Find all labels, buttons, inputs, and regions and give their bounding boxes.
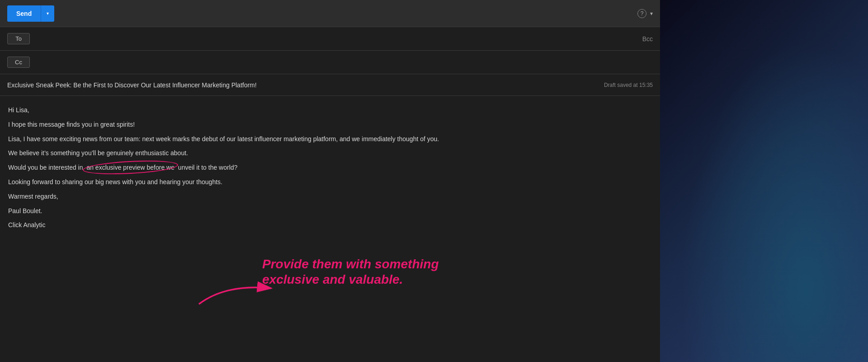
cc-field-row: Cc <box>0 51 660 74</box>
body-line3: Lisa, I have some exciting news from our… <box>8 134 652 145</box>
sidebar-background <box>660 0 868 362</box>
toolbar-right: ? ▾ <box>637 9 653 18</box>
body-line9: Click Analytic <box>8 220 652 231</box>
cc-label-button[interactable]: Cc <box>7 57 30 68</box>
to-field-row: To Bcc <box>0 27 660 51</box>
body-line2: I hope this message finds you in great s… <box>8 119 652 130</box>
annotation-line2: exclusive and valuable. <box>262 272 439 287</box>
subject-input[interactable] <box>7 81 604 89</box>
body-line5-before: Would you be interested in <box>8 164 83 171</box>
toolbar: Send ▾ ? ▾ <box>0 0 660 27</box>
to-input[interactable] <box>35 35 642 43</box>
help-icon[interactable]: ? <box>637 9 646 18</box>
annotation-text: Provide them with something exclusive an… <box>262 257 439 287</box>
body-line5-after: unveil it to the world? <box>178 164 238 171</box>
send-button-group: Send ▾ <box>7 5 54 22</box>
send-button[interactable]: Send <box>7 5 41 22</box>
cc-input[interactable] <box>35 59 653 66</box>
body-line6: Looking forward to sharing our big news … <box>8 177 652 188</box>
draft-saved-label: Draft saved at 15:35 <box>604 82 653 88</box>
annotation-line1: Provide them with something <box>262 257 439 272</box>
send-dropdown-button[interactable]: ▾ <box>41 5 54 22</box>
subject-field-row: Draft saved at 15:35 <box>0 74 660 96</box>
body-line1: Hi Lisa, <box>8 105 652 116</box>
email-body[interactable]: Hi Lisa, I hope this message finds you i… <box>0 96 660 362</box>
annotation-arrow <box>190 275 289 311</box>
email-compose-panel: Send ▾ ? ▾ To Bcc Cc Draft saved at 15:3… <box>0 0 660 362</box>
more-options-icon[interactable]: ▾ <box>650 10 653 17</box>
body-line4: We believe it’s something you’ll be genu… <box>8 148 652 159</box>
body-line5-circled: an exclusive preview before we <box>86 164 175 171</box>
to-label-button[interactable]: To <box>7 33 30 44</box>
body-line5: Would you be interested in an exclusive … <box>8 162 652 173</box>
body-line7: Warmest regards, <box>8 191 652 202</box>
body-line8: Paul Boulet. <box>8 206 652 217</box>
bcc-label[interactable]: Bcc <box>642 35 653 43</box>
chevron-down-icon: ▾ <box>47 11 49 16</box>
